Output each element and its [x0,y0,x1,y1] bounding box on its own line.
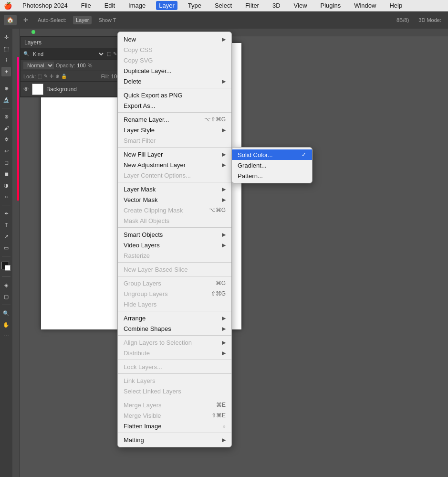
menu-type[interactable]: Type [185,1,204,10]
menu-photoshop[interactable]: Photoshop 2024 [20,1,71,10]
menu-image[interactable]: Image [125,1,148,10]
menu-arrange[interactable]: Arrange ▶ [118,313,231,323]
foreground-color[interactable] [1,262,9,269]
menu-sep-12 [118,398,231,398]
magic-wand-tool[interactable]: ✦ [1,67,11,76]
left-toolbar: ✛ ⬚ ⌇ ✦ ⊕ 🔬 ⊛ 🖌 ✲ ↩ ◻ ◼ ◑ ○ ✒ T ↗ ▭ ◈ ▢ … [0,29,12,477]
menu-file[interactable]: File [78,1,94,10]
layer-background[interactable]: 👁 Background [21,82,129,97]
pen-tool[interactable]: ✒ [1,209,11,218]
move-tool-icon[interactable]: ✛ [21,15,31,25]
lasso-tool[interactable]: ⌇ [1,55,11,65]
text-tool[interactable]: T [1,220,11,230]
opacity-unit: % [88,63,93,68]
layers-panel-header: Layers [21,37,129,48]
menu-plugins[interactable]: Plugins [318,1,344,10]
auto-select-label: Auto-Select: [35,16,69,24]
gradient-tool[interactable]: ◼ [1,169,11,179]
fill-layer-submenu: Solid Color... Gradient... Pattern... [231,147,313,183]
layer-name: Background [46,86,126,93]
move-tool[interactable]: ✛ [1,32,11,42]
menu-sep-2 [118,112,231,113]
clone-tool[interactable]: ✲ [1,135,11,144]
select-rect-tool[interactable]: ⬚ [1,44,11,53]
crop-tool[interactable]: ⊕ [1,84,11,93]
blend-mode-select[interactable]: Normal [23,62,54,69]
filter-icon-2[interactable]: ✎ [113,51,117,56]
quick-mask-tool[interactable]: ◈ [1,280,11,290]
menu-new[interactable]: New ▶ [118,34,231,44]
eyedropper-tool[interactable]: 🔬 [1,95,11,105]
history-brush-tool[interactable]: ↩ [1,146,11,156]
menu-duplicate[interactable]: Duplicate Layer... [118,65,231,76]
menu-flatten-image[interactable]: Flatten Image ⬦ [118,421,231,431]
menu-window[interactable]: Window [351,1,379,10]
menu-matting[interactable]: Matting ▶ [118,435,231,445]
tool-divider-4 [2,256,10,256]
menu-new-adjustment-layer[interactable]: New Adjustment Layer ▶ [118,159,231,170]
menu-layer[interactable]: Layer [156,1,177,10]
lock-label: Lock: [23,74,36,79]
tool-divider-5 [2,276,10,277]
menu-combine-shapes[interactable]: Combine Shapes ▶ [118,323,231,334]
menu-delete[interactable]: Delete ▶ [118,76,231,86]
brush-tool[interactable]: 🖌 [1,123,11,133]
menu-sep-4 [118,182,231,182]
submenu-pattern[interactable]: Pattern... [232,170,312,181]
filter-icon-1[interactable]: ⬚ [107,51,111,56]
layers-panel-title: Layers [24,39,42,46]
menu-video-layers[interactable]: Video Layers ▶ [118,240,231,250]
lock-artboard-icon[interactable]: ⊕ [55,74,59,79]
shape-tool[interactable]: ▭ [1,243,11,253]
eraser-tool[interactable]: ◻ [1,158,11,167]
menu-copy-svg: Copy SVG [118,55,231,65]
heal-tool[interactable]: ⊛ [1,112,11,121]
layers-search-row: 🔍 Kind ⬚ ✎ T ⬦ [21,48,129,60]
menu-merge-layers: Merge Layers ⌘E [118,400,231,410]
menu-sep-8 [118,311,231,311]
screen-mode-tool[interactable]: ▢ [1,292,11,301]
submenu-solid-color[interactable]: Solid Color... [232,149,312,160]
fill-label: Fill: [101,74,109,79]
hand-tool[interactable]: ✋ [1,320,11,329]
menu-vector-mask[interactable]: Vector Mask ▶ [118,194,231,205]
menu-group-layers: Group Layers ⌘G [118,278,231,288]
blur-tool[interactable]: ◑ [1,180,11,190]
lock-all-btn[interactable]: 🔒 [61,74,67,79]
menu-rename[interactable]: Rename Layer... ⌥⇧⌘G [118,114,231,125]
menu-quick-export[interactable]: Quick Export as PNG [118,90,231,100]
menu-align-layers: Align Layers to Selection ▶ [118,337,231,348]
submenu-gradient[interactable]: Gradient... [232,160,312,170]
menu-layer-mask[interactable]: Layer Mask ▶ [118,184,231,194]
menu-merge-visible: Merge Visible ⇧⌘E [118,410,231,421]
layer-select-dropdown[interactable]: Layer [73,16,92,24]
menu-smart-objects[interactable]: Smart Objects ▶ [118,229,231,240]
layer-kind-filter[interactable]: Kind [31,51,105,57]
menu-filter[interactable]: Filter [242,1,262,10]
menu-edit[interactable]: Edit [102,1,118,10]
lock-pixel-icon[interactable]: ✎ [44,74,48,79]
menu-layer-content-options: Layer Content Options... [118,170,231,180]
show-transform-label[interactable]: Show T [95,16,119,24]
background-color[interactable] [5,265,10,271]
extra-tools[interactable]: ⋯ [1,331,11,341]
opacity-value[interactable]: 100 [77,63,85,68]
dodge-tool[interactable]: ○ [1,192,11,201]
layer-visibility-icon[interactable]: 👁 [23,86,29,93]
menu-view[interactable]: View [291,1,310,10]
menu-new-fill-layer[interactable]: New Fill Layer ▶ Solid Color... Gradient… [118,149,231,159]
menu-mask-all-objects: Mask All Objects [118,215,231,226]
menu-help[interactable]: Help [386,1,405,10]
zoom-tool[interactable]: 🔍 [1,308,11,318]
home-button[interactable]: 🏠 [4,15,17,25]
menu-sep-7 [118,276,231,276]
menu-select[interactable]: Select [212,1,235,10]
path-select-tool[interactable]: ↗ [1,232,11,241]
menu-layer-style[interactable]: Layer Style ▶ [118,125,231,135]
menu-3d[interactable]: 3D [270,1,283,10]
lock-position-icon[interactable]: ✛ [50,74,53,79]
lock-all-icon[interactable]: ⬚ [38,74,42,79]
color-swatch[interactable] [1,262,11,271]
menu-export-as[interactable]: Export As... [118,100,231,111]
apple-menu[interactable]: 🍎 [4,2,12,10]
